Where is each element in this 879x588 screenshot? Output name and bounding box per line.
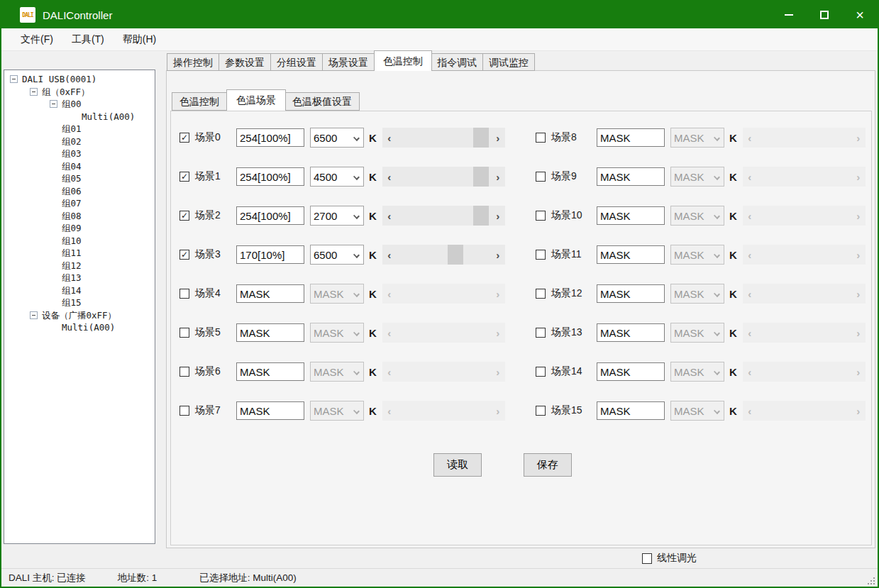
scene-temp-dropdown[interactable]: MASK (670, 245, 724, 265)
scroll-left-icon[interactable]: ‹ (382, 206, 397, 226)
scene-checkbox[interactable] (179, 289, 189, 299)
tree-collapse-icon[interactable] (10, 75, 18, 83)
scene-checkbox[interactable] (536, 250, 546, 260)
scroll-left-icon[interactable]: ‹ (382, 245, 397, 265)
scene-checkbox[interactable] (536, 133, 546, 143)
scroll-right-icon[interactable]: › (491, 206, 505, 226)
scene-temp-dropdown[interactable]: MASK (310, 323, 364, 343)
scene-checkbox[interactable]: ✓ (179, 250, 189, 260)
scroll-left-icon[interactable]: ‹ (743, 245, 757, 265)
scene-level-input[interactable] (597, 167, 665, 186)
scene-temp-dropdown[interactable]: MASK (670, 401, 724, 421)
scene-level-input[interactable] (236, 284, 304, 303)
tree-node[interactable]: 组10 (4, 235, 155, 248)
scene-level-scrollbar[interactable]: ‹› (382, 167, 505, 187)
scene-checkbox[interactable] (536, 367, 546, 377)
scroll-right-icon[interactable]: › (491, 401, 505, 421)
scene-level-scrollbar[interactable]: ‹› (743, 167, 866, 187)
tab-分组设置[interactable]: 分组设置 (271, 53, 323, 71)
scroll-left-icon[interactable]: ‹ (382, 362, 397, 382)
scene-temp-dropdown[interactable]: MASK (670, 128, 724, 148)
tree-collapse-icon[interactable] (30, 311, 38, 319)
scroll-left-icon[interactable]: ‹ (743, 167, 757, 187)
subtab-色温极值设置[interactable]: 色温极值设置 (285, 92, 360, 111)
tree-node[interactable]: 组13 (4, 272, 155, 284)
scene-checkbox[interactable]: ✓ (179, 211, 189, 221)
scene-level-input[interactable] (236, 323, 304, 342)
scene-temp-dropdown[interactable]: MASK (670, 206, 724, 226)
scene-level-input[interactable] (597, 206, 665, 225)
tree-node[interactable]: DALI USB(0001) (4, 73, 155, 86)
scene-temp-dropdown[interactable]: 4500 (310, 167, 364, 187)
menu-item-2[interactable]: 帮助(H) (114, 29, 165, 50)
scene-level-scrollbar[interactable]: ‹› (743, 362, 866, 382)
close-button[interactable]: × (842, 1, 878, 28)
scroll-right-icon[interactable]: › (851, 323, 866, 343)
tree-node[interactable]: 组02 (4, 135, 155, 148)
scroll-right-icon[interactable]: › (851, 167, 866, 187)
save-button[interactable]: 保存 (524, 453, 572, 477)
tree-node[interactable]: 设备（广播0xFF） (4, 309, 155, 322)
scene-level-scrollbar[interactable]: ‹› (382, 245, 505, 265)
scene-level-input[interactable] (597, 362, 665, 381)
scene-level-input[interactable] (236, 401, 304, 420)
scroll-right-icon[interactable]: › (851, 362, 866, 382)
tree-node[interactable]: 组15 (4, 296, 155, 309)
scene-checkbox[interactable]: ✓ (179, 172, 189, 182)
scene-checkbox[interactable] (536, 406, 546, 416)
tree-node[interactable]: 组03 (4, 148, 155, 160)
tab-参数设置[interactable]: 参数设置 (219, 53, 271, 71)
scroll-right-icon[interactable]: › (491, 128, 505, 148)
scroll-right-icon[interactable]: › (851, 284, 866, 304)
resize-grip-icon[interactable] (866, 576, 875, 584)
device-tree[interactable]: DALI USB(0001)组（0xFF）组00Multi(A00)组01组02… (4, 70, 155, 544)
tree-node[interactable]: Multi(A00) (4, 321, 155, 334)
scroll-right-icon[interactable]: › (491, 245, 505, 265)
scene-checkbox[interactable] (179, 406, 189, 416)
scene-temp-dropdown[interactable]: MASK (310, 401, 364, 421)
tree-node[interactable]: 组11 (4, 247, 155, 260)
read-button[interactable]: 读取 (433, 453, 482, 477)
tree-node[interactable]: 组（0xFF） (4, 86, 155, 99)
scene-level-input[interactable] (236, 167, 304, 186)
scrollbar-thumb[interactable] (473, 167, 489, 187)
scroll-left-icon[interactable]: ‹ (743, 323, 757, 343)
scroll-right-icon[interactable]: › (491, 362, 505, 382)
tree-node[interactable]: 组04 (4, 160, 155, 173)
scene-level-input[interactable] (236, 206, 304, 225)
minimize-button[interactable] (771, 1, 807, 28)
scroll-right-icon[interactable]: › (851, 128, 866, 148)
tree-node[interactable]: 组14 (4, 284, 155, 297)
tree-collapse-icon[interactable] (30, 88, 38, 96)
scene-checkbox[interactable] (536, 211, 546, 221)
tab-色温控制[interactable]: 色温控制 (374, 50, 432, 71)
scene-level-scrollbar[interactable]: ‹› (743, 323, 866, 343)
scene-checkbox[interactable] (536, 328, 546, 338)
scene-level-scrollbar[interactable]: ‹› (743, 128, 866, 148)
scroll-right-icon[interactable]: › (491, 284, 505, 304)
tree-node[interactable]: 组01 (4, 123, 155, 135)
scene-checkbox[interactable] (536, 289, 546, 299)
scene-temp-dropdown[interactable]: MASK (670, 284, 724, 304)
scene-temp-dropdown[interactable]: MASK (310, 284, 364, 304)
scene-level-scrollbar[interactable]: ‹› (382, 206, 505, 226)
scene-level-scrollbar[interactable]: ‹› (382, 128, 505, 148)
scene-level-input[interactable] (236, 245, 304, 264)
scroll-left-icon[interactable]: ‹ (382, 128, 397, 148)
tree-node[interactable]: 组07 (4, 197, 155, 210)
scene-temp-dropdown[interactable]: 6500 (310, 245, 364, 265)
scene-temp-dropdown[interactable]: 2700 (310, 206, 364, 226)
subtab-色温场景[interactable]: 色温场景 (226, 89, 286, 111)
scene-level-scrollbar[interactable]: ‹› (382, 284, 505, 304)
scene-level-input[interactable] (597, 401, 665, 420)
scene-temp-dropdown[interactable]: MASK (310, 362, 364, 382)
subtab-色温控制[interactable]: 色温控制 (172, 92, 227, 111)
linear-dimming-checkbox[interactable] (642, 553, 652, 564)
scrollbar-thumb[interactable] (473, 128, 489, 148)
scroll-left-icon[interactable]: ‹ (743, 206, 757, 226)
scene-level-input[interactable] (597, 245, 665, 264)
scroll-right-icon[interactable]: › (851, 206, 866, 226)
scene-level-scrollbar[interactable]: ‹› (382, 401, 505, 421)
scene-temp-dropdown[interactable]: MASK (670, 323, 724, 343)
tree-node[interactable]: 组08 (4, 210, 155, 223)
